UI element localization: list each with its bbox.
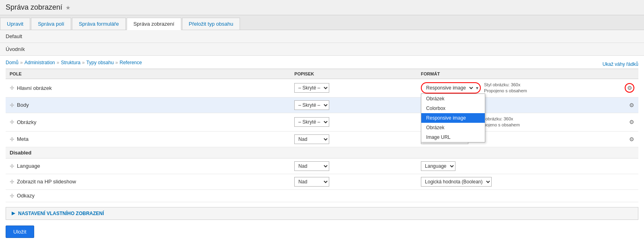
drag-handle[interactable]: ✛ xyxy=(10,136,14,142)
gear-icon-circle-1: ⚙ xyxy=(625,83,634,93)
drag-handle[interactable]: ✛ xyxy=(10,179,14,185)
tab-sprava-poli[interactable]: Správa polí xyxy=(31,18,71,30)
table-row: ✛ Meta – Skryté – Nad Pod xyxy=(6,131,638,147)
header-format: FORMÁT xyxy=(417,69,638,79)
format-dropdown-highlight: Obrázek Colorbox Responsive image Image … xyxy=(421,82,481,93)
popisek-cell-3: – Skryté – Nad Pod xyxy=(290,113,417,131)
tab-prelozit[interactable]: Přeložit typ obsahu xyxy=(182,18,240,30)
format-cell-5: Language xyxy=(417,158,638,174)
popisek-select-1[interactable]: – Skryté – Nad Pod xyxy=(294,83,329,93)
field-name-slideshow: Zobrazit na HP slideshow xyxy=(17,179,76,185)
field-name-language: Language xyxy=(17,163,40,169)
breadcrumb-domu[interactable]: Domů xyxy=(6,60,18,65)
star-icon[interactable]: ★ xyxy=(66,4,71,11)
table-row: ✛ Obrázky – Skryté – Nad Pod xyxy=(6,113,638,131)
gear-icon-3[interactable]: ⚙ xyxy=(629,119,634,125)
main-wrapper: Domů » Administration » Struktura » Typy… xyxy=(0,56,644,244)
tab-upravit[interactable]: Upravit xyxy=(0,18,30,30)
field-cell: ✛ Zobrazit na HP slideshow xyxy=(6,174,290,189)
collapsible-section: ▶ NASTAVENÍ VLASTNÍHO ZOBRAZENÍ xyxy=(6,207,638,220)
collapsible-header[interactable]: ▶ NASTAVENÍ VLASTNÍHO ZOBRAZENÍ xyxy=(6,207,638,219)
content-area: Default Úvodník Domů » Administration » … xyxy=(0,30,644,244)
field-name-hlavni: Hlavní obrázek xyxy=(17,85,52,91)
menu-item-obrazek[interactable]: Obrázek xyxy=(421,94,485,104)
popisek-select-2[interactable]: – Skryté – Nad Pod xyxy=(294,100,329,110)
format-dropdown-1: Obrázek Colorbox Responsive image Image … xyxy=(421,82,481,93)
field-cell: ✛ Language xyxy=(6,158,290,174)
format-select-6[interactable]: Logická hodnota (Boolean) xyxy=(421,177,492,187)
format-cell-1: Obrázek Colorbox Responsive image Image … xyxy=(417,79,638,98)
drag-handle[interactable]: ✛ xyxy=(10,193,14,199)
menu-item-colorbox[interactable]: Colorbox xyxy=(421,104,485,113)
drag-handle[interactable]: ✛ xyxy=(10,119,14,125)
gear-icon-1[interactable]: ⚙ xyxy=(627,85,632,91)
header-popisek: POPISEK xyxy=(290,69,417,79)
popisek-cell-7 xyxy=(290,189,417,202)
field-cell: ✛ Meta xyxy=(6,131,290,147)
field-cell: ✛ Obrázky xyxy=(6,113,290,131)
section-uvodnik: Úvodník xyxy=(0,43,644,56)
field-name-body: Body xyxy=(17,102,29,108)
breadcrumb: Domů » Administration » Struktura » Typy… xyxy=(6,56,142,69)
table-row: ✛ Zobrazit na HP slideshow – Skryté – Na… xyxy=(6,174,638,189)
menu-item-image-url[interactable]: Image URL xyxy=(421,132,485,142)
header-pole: POLE xyxy=(6,69,290,79)
drag-handle[interactable]: ✛ xyxy=(10,85,14,91)
collapsible-label: NASTAVENÍ VLASTNÍHO ZOBRAZENÍ xyxy=(18,211,104,216)
image-info-1: Styl obrázku: 360xPropojeno s obsahem xyxy=(484,82,527,94)
field-cell: ✛ Odkazy xyxy=(6,189,290,202)
main-table: POLE POPISEK FORMÁT ✛ Hlavní obrázek xyxy=(6,69,638,202)
field-name-meta: Meta xyxy=(17,136,29,142)
field-cell: ✛ Hlavní obrázek xyxy=(6,79,290,98)
table-row: ✛ Odkazy xyxy=(6,189,638,202)
section-default: Default xyxy=(0,30,644,43)
dropdown-arrow-1: ▼ xyxy=(475,86,479,90)
format-select-5[interactable]: Language xyxy=(421,161,455,171)
popisek-cell-2: – Skryté – Nad Pod xyxy=(290,97,417,113)
popisek-cell-4: – Skryté – Nad Pod xyxy=(290,131,417,147)
format-cell-6: Logická hodnota (Boolean) xyxy=(417,174,638,189)
popisek-select-3[interactable]: – Skryté – Nad Pod xyxy=(294,117,329,127)
tab-sprava-formulare[interactable]: Správa formuláře xyxy=(72,18,126,30)
breadcrumb-struktura[interactable]: Struktura xyxy=(61,60,80,65)
popisek-select-6[interactable]: – Skryté – Nad Pod xyxy=(294,177,329,187)
tab-sprava-zobrazeni[interactable]: Správa zobrazení xyxy=(127,18,181,30)
format-cell-7 xyxy=(417,189,638,202)
table-row: ✛ Language – Skryté – Nad Pod xyxy=(6,158,638,174)
menu-item-obrazek2[interactable]: Obrázek xyxy=(421,123,485,132)
breadcrumb-reference[interactable]: Reference xyxy=(120,60,142,65)
show-weights: Ukaž váhy řádků xyxy=(603,60,638,69)
format-dropdown-menu-1: Obrázek Colorbox Responsive image Obráze… xyxy=(421,93,485,142)
breadcrumb-administration[interactable]: Administration xyxy=(25,60,55,65)
gear-icon-4[interactable]: ⚙ xyxy=(629,136,634,142)
popisek-cell-1: – Skryté – Nad Pod xyxy=(290,79,417,98)
table-row: ✛ Hlavní obrázek – Skryté – Nad Pod xyxy=(6,79,638,98)
page-title: Správa zobrazení xyxy=(6,3,62,12)
chevron-right-icon: ▶ xyxy=(12,211,15,216)
show-weights-link[interactable]: Ukaž váhy řádků xyxy=(603,61,638,67)
popisek-cell-6: – Skryté – Nad Pod xyxy=(290,174,417,189)
disabled-label: Disabled xyxy=(6,147,638,158)
tab-nav: Upravit Správa polí Správa formuláře Spr… xyxy=(0,15,644,30)
popisek-cell-5: – Skryté – Nad Pod xyxy=(290,158,417,174)
popisek-select-5[interactable]: – Skryté – Nad Pod xyxy=(294,161,329,171)
format-select-1[interactable]: Obrázek Colorbox Responsive image Image … xyxy=(422,83,474,92)
save-button[interactable]: Uložit xyxy=(6,226,34,238)
disabled-section-row: Disabled xyxy=(6,147,638,158)
field-cell: ✛ Body xyxy=(6,97,290,113)
table-wrapper: POLE POPISEK FORMÁT ✛ Hlavní obrázek xyxy=(6,69,638,202)
popisek-select-4[interactable]: – Skryté – Nad Pod xyxy=(294,134,329,144)
page-title-bar: Správa zobrazení ★ xyxy=(0,0,644,15)
gear-icon-2[interactable]: ⚙ xyxy=(629,102,634,108)
table-row: ✛ Body – Skryté – Nad Pod xyxy=(6,97,638,113)
field-name-obrazky: Obrázky xyxy=(17,119,36,125)
breadcrumb-typy-obsahu[interactable]: Typy obsahu xyxy=(86,60,114,65)
drag-handle[interactable]: ✛ xyxy=(10,163,14,169)
drag-handle[interactable]: ✛ xyxy=(10,102,14,108)
menu-item-responsive[interactable]: Responsive image xyxy=(421,113,485,123)
field-name-odkazy: Odkazy xyxy=(17,193,35,199)
